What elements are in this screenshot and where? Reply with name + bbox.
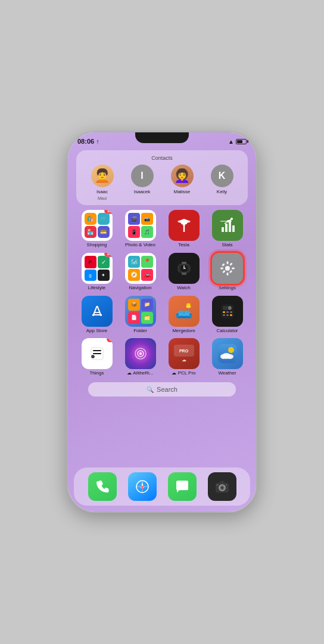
watch-label: Watch (177, 286, 190, 291)
app-tesla[interactable]: Tesla (163, 210, 204, 248)
wifi-icon: ▲ (228, 138, 234, 145)
app-pclpro[interactable]: PRO ☁ ☁ PCL Pro (163, 338, 204, 376)
stats-label: Stats (222, 243, 232, 248)
alltheri-label: ☁ AlltheRi... (127, 371, 153, 376)
contact-isaac[interactable]: 🧑‍🦱 Isaac Maui (88, 165, 117, 200)
svg-point-46 (220, 354, 226, 359)
contacts-label: Contacts (82, 155, 242, 161)
lifestyle-icon: P ✓ g ✦ 21 (82, 253, 113, 284)
dock (74, 467, 250, 506)
avatar-matisse: 👩‍🦱 (171, 165, 194, 187)
appstore-icon: A (82, 296, 113, 327)
dock-camera[interactable] (208, 472, 236, 501)
stats-icon (212, 210, 243, 241)
svg-rect-27 (223, 311, 225, 313)
svg-rect-31 (226, 314, 229, 316)
weather-label: Weather (218, 371, 236, 376)
notch (135, 132, 189, 143)
svg-rect-35 (93, 350, 101, 351)
svg-rect-6 (182, 262, 186, 264)
contacts-row: 🧑‍🦱 Isaac Maui I Isaacek 👩‍🦱 Matisse (82, 165, 242, 200)
calculator-icon: 0 (212, 296, 243, 327)
avatar-isaac: 🧑‍🦱 (91, 165, 114, 187)
app-grid-row3: A App Store 📦 📁 📄 🗂️ (76, 296, 248, 334)
app-folder[interactable]: 📦 📁 📄 🗂️ Folder (120, 296, 161, 334)
app-mergedom[interactable]: 🛋️ Mergedom (163, 296, 204, 334)
contact-isaacek[interactable]: I Isaacek (127, 165, 157, 200)
lifestyle-label: Lifestyle (88, 286, 105, 291)
svg-text:0: 0 (228, 305, 231, 311)
navigation-label: Navigation (129, 286, 152, 291)
navigation-icon: 🗺️ 📍 🧭 🚗 (125, 253, 156, 284)
svg-rect-32 (230, 314, 232, 316)
things-icon: 3 (82, 338, 113, 369)
pclpro-icon: PRO ☁ (169, 338, 200, 369)
alltheri-icon (125, 338, 156, 369)
home-content: Contacts 🧑‍🦱 Isaac Maui I Isaacek (68, 148, 256, 465)
pclpro-label: ☁ PCL Pro (172, 371, 195, 376)
svg-point-43 (228, 347, 234, 353)
svg-rect-18 (222, 263, 225, 267)
photovideo-label: Photo & Video (125, 243, 155, 248)
app-grid-row1: 🛍️ 🛒 🏪 💳 13 Shopping 🎬 📷 (76, 210, 248, 248)
app-things[interactable]: 3 Things (76, 338, 117, 376)
phone-screen: 08:06 ↑ ▲ Contacts 🧑‍🦱 Isaac Maui (68, 132, 256, 512)
svg-rect-19 (229, 270, 232, 273)
app-settings[interactable]: Settings (207, 253, 248, 291)
photovideo-icon: 🎬 📷 📱 🎵 (125, 210, 156, 241)
app-watch[interactable]: Watch (163, 253, 204, 291)
svg-rect-3 (232, 225, 235, 232)
svg-rect-7 (182, 273, 186, 275)
search-text: Search (157, 386, 177, 393)
search-bar[interactable]: 🔍 Search (88, 382, 236, 397)
svg-rect-1 (225, 224, 228, 232)
dock-messages[interactable] (168, 472, 197, 501)
app-alltheri[interactable]: ☁ AlltheRi... (120, 338, 161, 376)
settings-icon (212, 253, 243, 284)
lifestyle-badge: 21 (104, 253, 113, 257)
contact-matisse[interactable]: 👩‍🦱 Matisse (167, 165, 197, 200)
folder-icon: 📦 📁 📄 🗂️ (125, 296, 156, 327)
app-calculator[interactable]: 0 Calculator (207, 296, 248, 334)
app-appstore[interactable]: A App Store (76, 296, 117, 334)
contact-name-kelly: Kelly (217, 189, 227, 194)
search-icon: 🔍 (147, 386, 154, 393)
app-weather[interactable]: Weather (207, 338, 248, 376)
app-navigation[interactable]: 🗺️ 📍 🧭 🚗 Navigation (120, 253, 161, 291)
app-lifestyle[interactable]: P ✓ g ✦ 21 Lifestyle (76, 253, 117, 291)
svg-rect-21 (229, 262, 233, 266)
battery-icon (236, 139, 247, 144)
watch-icon (169, 253, 200, 284)
settings-label: Settings (219, 286, 236, 291)
contact-name-matisse: Matisse (174, 189, 191, 194)
phone-frame: 08:06 ↑ ▲ Contacts 🧑‍🦱 Isaac Maui (67, 131, 257, 513)
avatar-isaacek: I (131, 165, 154, 187)
app-stats[interactable]: Stats (207, 210, 248, 248)
appstore-label: App Store (86, 329, 108, 334)
app-grid-row2: P ✓ g ✦ 21 Lifestyle 🗺️ 📍 (76, 253, 248, 291)
mergedom-icon: 🛋️ (169, 296, 200, 327)
svg-rect-15 (226, 273, 228, 275)
things-label: Things (89, 371, 104, 376)
svg-rect-0 (222, 227, 224, 232)
svg-text:A: A (92, 303, 101, 319)
status-arrow: ↑ (94, 138, 99, 145)
app-photovideo[interactable]: 🎬 📷 📱 🎵 Photo & Video (120, 210, 161, 248)
contact-name-isaacek: Isaacek (134, 189, 151, 194)
svg-point-45 (226, 354, 233, 359)
app-shopping[interactable]: 🛍️ 🛒 🏪 💳 13 Shopping (76, 210, 117, 248)
weather-icon (212, 338, 243, 369)
dock-phone[interactable] (88, 472, 117, 501)
shopping-icon: 🛍️ 🛒 🏪 💳 13 (82, 210, 113, 241)
svg-rect-34 (93, 353, 101, 354)
dock-safari[interactable] (128, 472, 157, 501)
contact-kelly[interactable]: K Kelly (207, 165, 237, 200)
tesla-label: Tesla (178, 243, 189, 248)
contact-sub-isaac: Maui (98, 196, 107, 200)
svg-point-41 (139, 352, 142, 355)
svg-rect-17 (232, 267, 235, 269)
mergedom-label: Mergedom (172, 329, 195, 334)
contact-name-isaac: Isaac (96, 189, 108, 194)
things-badge: 3 (107, 338, 113, 342)
tesla-icon (169, 210, 200, 241)
